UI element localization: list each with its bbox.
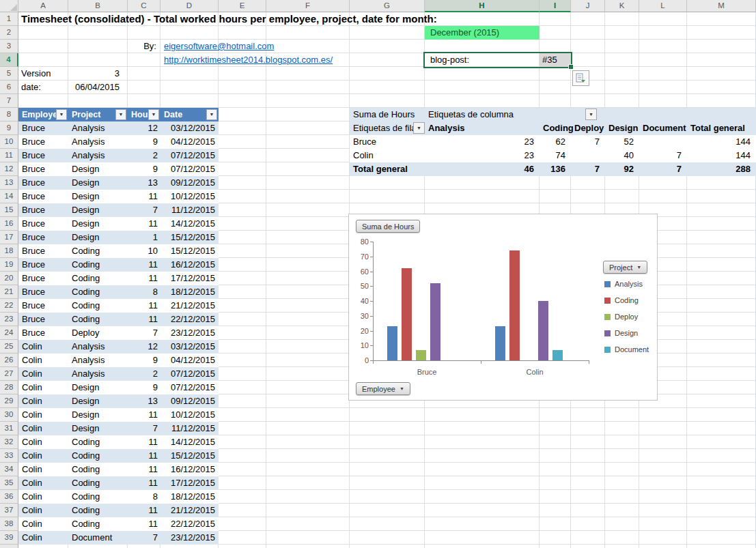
date-cell[interactable]: 04/12/2015 — [160, 135, 219, 149]
pivot-value-cell[interactable]: 136 — [540, 162, 565, 176]
by-label[interactable]: By: — [128, 40, 158, 53]
project-cell[interactable]: Design — [68, 422, 128, 435]
project-cell[interactable]: Coding — [68, 449, 128, 463]
date-cell[interactable]: 23/12/2015 — [160, 531, 219, 545]
hours-cell[interactable]: 2 — [128, 367, 160, 381]
table-row[interactable]: ColinCoding818/12/2015 — [18, 490, 219, 504]
employee-cell[interactable]: Colin — [18, 340, 68, 354]
employee-cell[interactable]: Bruce — [18, 285, 68, 299]
employee-cell[interactable]: Colin — [18, 422, 68, 435]
table-row[interactable]: BruceCoding1121/12/2015 — [18, 299, 219, 313]
table-row[interactable]: BruceCoding1122/12/2015 — [18, 313, 219, 326]
hours-cell[interactable]: 7 — [128, 326, 160, 340]
date-cell[interactable]: 16/12/2015 — [160, 258, 219, 272]
pivot-value-cell[interactable]: 40 — [605, 149, 634, 162]
select-all-corner[interactable] — [0, 0, 18, 12]
hours-cell[interactable]: 8 — [128, 285, 160, 299]
row-header-3[interactable]: 3 — [0, 40, 18, 53]
pivot-column-label-design[interactable]: Design — [608, 121, 638, 135]
hours-cell[interactable]: 11 — [128, 299, 160, 313]
filter-button-hours[interactable]: ▼ — [148, 109, 159, 120]
employee-cell[interactable]: Bruce — [18, 326, 68, 340]
hours-cell[interactable]: 11 — [128, 517, 160, 531]
column-header-f[interactable]: F — [266, 0, 350, 12]
row-header-35[interactable]: 35 — [0, 476, 18, 490]
employee-cell[interactable]: Bruce — [18, 313, 68, 326]
row-header-26[interactable]: 26 — [0, 354, 18, 367]
website-link[interactable]: http://worktimesheet2014.blogspot.com.es… — [164, 53, 333, 67]
row-header-25[interactable]: 25 — [0, 340, 18, 354]
table-row[interactable]: ColinDesign907/12/2015 — [18, 381, 219, 394]
table-row[interactable]: BruceCoding1117/12/2015 — [18, 272, 219, 285]
hours-cell[interactable]: 8 — [128, 490, 160, 504]
project-cell[interactable]: Analysis — [68, 340, 128, 354]
pivot-chart[interactable]: Suma de Hours 01020304050607080BruceColi… — [348, 214, 658, 401]
legend-item-design[interactable]: Design — [604, 325, 649, 341]
employee-cell[interactable]: Colin — [18, 490, 68, 504]
hours-cell[interactable]: 1 — [128, 231, 160, 244]
table-row[interactable]: BruceAnalysis207/12/2015 — [18, 149, 219, 162]
employee-cell[interactable]: Bruce — [18, 258, 68, 272]
pivot-value-cell[interactable]: 7 — [571, 135, 600, 149]
table-row[interactable]: BruceDesign711/12/2015 — [18, 203, 219, 217]
employee-cell[interactable]: Colin — [18, 381, 68, 394]
column-header-g[interactable]: G — [350, 0, 425, 12]
hours-cell[interactable]: 11 — [128, 190, 160, 203]
project-cell[interactable]: Analysis — [68, 354, 128, 367]
employee-cell[interactable]: Colin — [18, 463, 68, 476]
row-header-7[interactable]: 7 — [0, 94, 18, 108]
employee-cell[interactable]: Colin — [18, 408, 68, 422]
project-cell[interactable]: Coding — [68, 285, 128, 299]
hours-cell[interactable]: 2 — [128, 149, 160, 162]
row-labels-filter-button[interactable]: ▼ — [413, 122, 425, 134]
column-header-d[interactable]: D — [160, 0, 219, 12]
column-header-m[interactable]: M — [687, 0, 756, 12]
date-cell[interactable]: 21/12/2015 — [160, 299, 219, 313]
project-cell[interactable]: Analysis — [68, 121, 128, 135]
row-header-17[interactable]: 17 — [0, 231, 18, 244]
project-cell[interactable]: Coding — [68, 258, 128, 272]
table-header-employee[interactable]: Employee▼ — [18, 108, 68, 121]
row-header-10[interactable]: 10 — [0, 135, 18, 149]
table-row[interactable]: BruceDesign1114/12/2015 — [18, 217, 219, 231]
column-header-b[interactable]: B — [68, 0, 128, 12]
project-cell[interactable]: Design — [68, 231, 128, 244]
project-cell[interactable]: Coding — [68, 299, 128, 313]
email-link[interactable]: eigersoftware@hotmail.com — [164, 40, 274, 53]
row-header-31[interactable]: 31 — [0, 422, 18, 435]
bar-analysis-colin[interactable] — [495, 326, 505, 360]
project-cell[interactable]: Analysis — [68, 367, 128, 381]
date-cell[interactable]: 15/12/2015 — [160, 449, 219, 463]
pivot-column-label-deploy[interactable]: Deploy — [574, 121, 604, 135]
table-row[interactable]: ColinDesign1110/12/2015 — [18, 408, 219, 422]
pivot-value-cell[interactable]: 52 — [605, 135, 634, 149]
row-header-22[interactable]: 22 — [0, 299, 18, 313]
employee-cell[interactable]: Bruce — [18, 272, 68, 285]
row-header-21[interactable]: 21 — [0, 285, 18, 299]
project-cell[interactable]: Coding — [68, 476, 128, 490]
project-cell[interactable]: Coding — [68, 517, 128, 531]
hours-cell[interactable]: 12 — [128, 340, 160, 354]
employee-cell[interactable]: Colin — [18, 517, 68, 531]
bar-coding-bruce[interactable] — [402, 268, 412, 360]
row-header-13[interactable]: 13 — [0, 176, 18, 190]
row-header-4[interactable]: 4 — [0, 53, 18, 67]
bar-coding-colin[interactable] — [509, 250, 520, 360]
pivot-column-label-coding[interactable]: Coding — [543, 121, 574, 135]
pivot-value-cell[interactable]: 7 — [639, 162, 682, 176]
table-row[interactable]: ColinCoding1117/12/2015 — [18, 476, 219, 490]
table-row[interactable]: ColinDesign1309/12/2015 — [18, 394, 219, 408]
column-header-a[interactable]: A — [18, 0, 68, 12]
row-header-33[interactable]: 33 — [0, 449, 18, 463]
row-header-2[interactable]: 2 — [0, 26, 18, 40]
hours-cell[interactable]: 11 — [128, 313, 160, 326]
version-label[interactable]: Version — [21, 67, 51, 81]
date-cell[interactable]: 15/12/2015 — [160, 244, 219, 258]
hours-cell[interactable]: 9 — [128, 162, 160, 176]
row-header-1[interactable]: 1 — [0, 12, 18, 26]
pivot-row-label[interactable]: Bruce — [353, 135, 376, 149]
hours-cell[interactable]: 11 — [128, 258, 160, 272]
table-row[interactable]: BruceDesign115/12/2015 — [18, 231, 219, 244]
table-row[interactable]: ColinCoding1114/12/2015 — [18, 435, 219, 449]
row-header-15[interactable]: 15 — [0, 203, 18, 217]
